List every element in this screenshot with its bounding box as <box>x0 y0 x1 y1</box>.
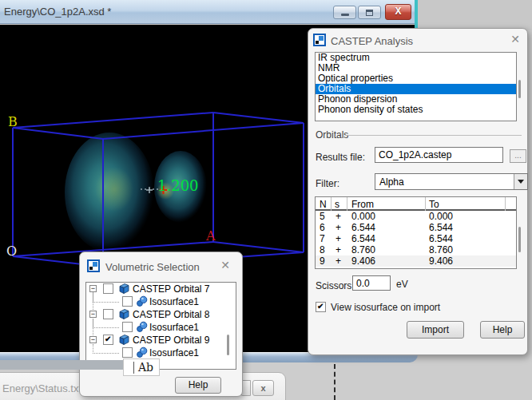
list-scrollbar-thumb[interactable] <box>518 80 521 98</box>
tree-item-label: CASTEP Orbital 8 <box>133 309 209 320</box>
dialog-title: CASTEP Analysis <box>331 35 413 47</box>
tree-subitem-checkbox[interactable] <box>122 296 133 307</box>
status-window-title: Energy\Status.txt <box>2 382 81 394</box>
close-button[interactable]: X <box>385 4 411 20</box>
analysis-list-item[interactable]: IR spectrum <box>316 53 516 63</box>
scissors-label: Scissors: <box>316 280 355 291</box>
cell-to: 6.544 <box>429 222 453 233</box>
cell-s: + <box>335 233 341 244</box>
volumetric-cube-icon <box>118 283 130 295</box>
volumetric-help-button[interactable]: Help <box>175 377 221 394</box>
margin-guide-line <box>334 364 335 400</box>
cell-n: 8 <box>320 244 325 255</box>
tree-connector <box>93 344 119 354</box>
cell-to: 8.760 <box>429 244 453 255</box>
tree-subitem[interactable]: Isosurface1 <box>86 347 236 359</box>
close-icon: X <box>386 6 411 17</box>
orbital-table-header: N s From To <box>316 197 516 211</box>
materials-studio-icon <box>87 259 100 272</box>
desktop-background <box>418 0 532 30</box>
header-from: From <box>351 199 374 210</box>
tree-subitem-checkbox[interactable] <box>122 347 133 358</box>
view-isosurface-checkbox[interactable] <box>316 302 326 312</box>
axis-a-label: A <box>205 228 216 244</box>
orbitals-group-label: Orbitals <box>316 129 348 141</box>
cell-n: 7 <box>320 233 325 244</box>
screen: Energy\Status.txt x <box>0 0 532 400</box>
orbital-table-row[interactable]: 7+6.5446.544 <box>316 233 516 244</box>
cell-s: + <box>335 244 341 255</box>
header-to: To <box>429 199 439 210</box>
tree-subitem-checkbox[interactable] <box>122 322 133 332</box>
window-edge <box>415 0 418 30</box>
tree-item-label: CASTEP Orbital 9 <box>133 335 209 346</box>
header-s: s <box>335 199 339 210</box>
dialog-close-icon[interactable]: ✕ <box>508 32 522 46</box>
group-divider <box>345 135 522 136</box>
toolbar-separator <box>133 362 134 374</box>
browse-button[interactable]: ... <box>510 149 526 163</box>
label-toolbar: Ab <box>123 358 160 376</box>
table-scrollbar-thumb[interactable] <box>518 227 521 252</box>
header-separator <box>347 197 347 211</box>
tree-expander-icon[interactable]: − <box>89 311 97 318</box>
scissors-unit-label: eV <box>396 279 408 290</box>
analysis-list-item[interactable]: Phonon density of states <box>316 105 516 115</box>
tree-connector <box>93 293 119 303</box>
cell-n: 6 <box>320 222 325 233</box>
orbital-table-row[interactable]: 8+8.7608.760 <box>316 244 516 255</box>
analysis-list: IR spectrumNMROptical propertiesOrbitals… <box>315 52 517 121</box>
cell-to: 9.406 <box>429 255 453 267</box>
cell-n: 5 <box>320 211 325 222</box>
restore-icon <box>366 10 373 16</box>
cell-from: 8.760 <box>351 244 375 255</box>
orbital-table-row[interactable]: 6+6.5446.544 <box>316 222 516 233</box>
tree-scrollbar-thumb[interactable] <box>227 335 229 355</box>
header-separator <box>425 197 426 211</box>
isosurface-icon <box>136 321 148 333</box>
tree-expander-icon[interactable]: − <box>89 285 97 292</box>
tree-item-label: CASTEP Orbital 7 <box>133 283 209 295</box>
toolbar-strip <box>0 360 125 370</box>
filter-selected-value: Alpha <box>379 176 404 188</box>
cell-s: + <box>335 222 341 233</box>
results-file-label: Results file: <box>316 152 365 163</box>
view-isosurface-label: View isosurface on import <box>331 302 440 313</box>
tree-subitem-label: Isosurface1 <box>149 322 199 333</box>
tree-expander-icon[interactable]: − <box>89 336 97 343</box>
filter-label: Filter: <box>316 178 339 189</box>
header-n: N <box>320 199 327 210</box>
label-tool-button[interactable]: Ab <box>138 361 153 374</box>
filter-dropdown[interactable]: Alpha <box>375 173 528 190</box>
tree-subitem-label: Isosurface1 <box>149 296 199 307</box>
restore-button[interactable] <box>358 6 381 19</box>
cell-to: 0.000 <box>429 211 453 222</box>
cell-s: + <box>335 255 341 267</box>
cell-to: 6.544 <box>429 233 453 244</box>
results-file-input[interactable]: CO_1p2A.castep <box>375 147 503 163</box>
orbital-table-row[interactable]: 5+0.0000.000 <box>316 211 516 222</box>
isosurface-icon <box>136 295 148 307</box>
origin-label: O <box>6 244 17 259</box>
tree-subitem[interactable]: Isosurface1 <box>86 321 236 334</box>
header-separator <box>505 197 506 211</box>
model-window-title: Energy\CO_1p2A.xsd * <box>4 6 111 18</box>
castep-analysis-dialog: CASTEP Analysis ✕ IR spectrumNMROptical … <box>308 28 528 355</box>
minimize-button[interactable] <box>333 6 356 19</box>
scissors-input[interactable]: 0.0 <box>352 275 391 291</box>
import-button[interactable]: Import <box>407 321 464 339</box>
axis-b-label: B <box>8 114 18 129</box>
volumetric-cube-icon <box>118 308 130 320</box>
status-close-button[interactable]: x <box>252 380 274 396</box>
cell-from: 0.000 <box>351 211 375 222</box>
dialog-title: Volumetric Selection <box>105 261 200 273</box>
cell-s: + <box>335 211 341 222</box>
orbital-table-row[interactable]: 9+9.4069.406 <box>316 255 516 267</box>
volumetric-tree: −CASTEP Orbital 7Isosurface1−CASTEP Orbi… <box>85 282 236 370</box>
castep-help-button[interactable]: Help <box>480 321 525 339</box>
orbital-table: N s From To 5+0.0000.0006+6.5446.5447+6.… <box>315 196 517 269</box>
tree-subitem[interactable]: Isosurface1 <box>86 295 236 308</box>
chevron-down-icon[interactable] <box>514 174 527 189</box>
header-separator <box>331 197 332 211</box>
dialog-close-icon[interactable]: ✕ <box>218 258 232 272</box>
